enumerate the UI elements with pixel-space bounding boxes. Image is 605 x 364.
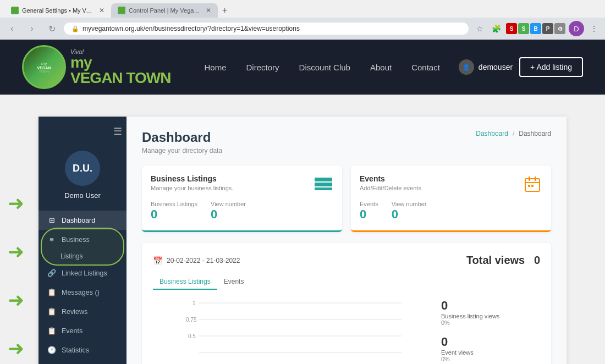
svg-rect-4 (529, 177, 530, 181)
linked-listings-icon: 🔗 (47, 269, 56, 277)
total-views-display: Total views 0 (466, 254, 540, 267)
events-view-group: View number 0 (392, 201, 427, 222)
user-avatar-icon: 👤 (459, 59, 474, 75)
logo-my-span: my (70, 54, 91, 71)
arrow-2: ➜ (8, 242, 24, 262)
sidebar-item-linked-listings[interactable]: 🔗 Linked Listings (38, 263, 127, 283)
logo-circle: my VEGAN TOWN (22, 45, 66, 89)
chart-header: 📅 20-02-2022 - 21-03-2022 Total views 0 (153, 254, 540, 267)
stat-card-business-values: Business Listings 0 View number 0 (151, 201, 333, 222)
chart-stat-events-pct: 0% (441, 356, 540, 362)
nav-contact[interactable]: Contact (402, 58, 450, 76)
user-area: 👤 demouser + Add listing (459, 57, 583, 77)
business-listings-count: 0 (151, 207, 197, 222)
chart-right: 0 Business listing views 0% 0 Event view… (441, 299, 540, 364)
statistics-icon: 🕐 (47, 346, 56, 354)
bookmark-icon[interactable]: ☆ (473, 22, 486, 35)
chart-tab-business[interactable]: Business Listings (153, 275, 217, 290)
svg-rect-6 (525, 182, 540, 183)
svg-rect-5 (535, 177, 536, 181)
extensions-icon[interactable]: 🧩 (490, 22, 503, 35)
chart-tabs: Business Listings Events (153, 275, 540, 290)
sidebar-item-statistics[interactable]: 🕐 Statistics (38, 340, 127, 360)
events-view-count: 0 (392, 207, 427, 222)
stat-card-business: Business Listings Manage your business l… (142, 166, 342, 232)
stat-card-events-icon (522, 174, 542, 194)
site-nav: Home Directory Discount Club About Conta… (195, 58, 450, 76)
lock-icon: 🔒 (72, 25, 79, 32)
breadcrumb-link[interactable]: Dashboard (476, 130, 508, 137)
dashboard-label: Dashboard (62, 217, 95, 224)
nav-home[interactable]: Home (195, 58, 237, 76)
sidebar-item-reviews[interactable]: 📋 Reviews (38, 302, 127, 321)
sidebar-item-events[interactable]: 📋 Events (38, 321, 127, 340)
tab-active[interactable]: 🌿 General Settings • My Vegan T... ✕ (4, 3, 111, 18)
dashboard-icon: ⊞ (47, 216, 56, 224)
tab-favicon: 🌿 (11, 7, 19, 14)
tab-inactive[interactable]: 🌿 Control Panel | My Vegan Town... ✕ (111, 3, 218, 18)
business-listings-count-group: Business Listings 0 (151, 201, 197, 222)
chart-stat-business-pct: 0% (441, 319, 540, 326)
stat-card-events-info: Events Add/Edit/Delete events (360, 174, 421, 191)
stat-card-events-desc: Add/Edit/Delete events (360, 185, 421, 191)
svg-text:0.75: 0.75 (186, 317, 197, 323)
user-profile: D.U. Demo User (38, 146, 127, 211)
ext-1: S (506, 23, 517, 34)
sidebar-item-bookmarks[interactable]: 🔖 Bookmarks (38, 360, 127, 364)
messages-icon: 📋 (47, 288, 56, 296)
chart-svg: 1 0.75 0.5 (153, 299, 430, 364)
nav-icons: ☆ 🧩 S S B P ⚙ D ⋮ (473, 21, 601, 36)
nav-directory[interactable]: Directory (237, 58, 289, 76)
business-view-label: View number (211, 201, 246, 207)
chart-stat-events: 0 Event views 0% (441, 335, 540, 362)
reviews-label: Reviews (62, 308, 87, 316)
sidebar-menu-icon[interactable]: ☰ (113, 125, 122, 137)
svg-rect-2 (315, 187, 332, 190)
dashboard-layout: ☰ D.U. Demo User ⊞ Dashboard ≡ Busi (38, 117, 566, 364)
page-header: Dashboard Manage your directory data Das… (142, 130, 551, 155)
events-label: Events (62, 327, 82, 335)
user-name-text: demouser (479, 63, 513, 71)
forward-button[interactable]: › (24, 21, 40, 36)
nav-discount-club[interactable]: Discount Club (289, 58, 360, 76)
stats-row: Business Listings Manage your business l… (142, 166, 551, 232)
new-tab-button[interactable]: + (218, 3, 232, 18)
business-listings-count-label: Business Listings (151, 201, 197, 207)
chart-stat-business-label: Business listing views (441, 313, 540, 319)
breadcrumb: Dashboard / Dashboard (476, 130, 551, 137)
arrow-4: ➜ (8, 339, 24, 359)
chart-stat-business: 0 Business listing views 0% (441, 299, 540, 326)
stat-card-business-title: Business Listings (151, 174, 233, 183)
sidebar-item-business[interactable]: ≡ Business (38, 230, 127, 249)
menu-icon[interactable]: ⋮ (587, 22, 601, 35)
tab-close-1[interactable]: ✕ (99, 7, 105, 14)
tab-close-2[interactable]: ✕ (206, 7, 211, 14)
chart-body: 1 0.75 0.5 0 (153, 299, 540, 364)
listings-label: Listings (61, 252, 83, 260)
svg-rect-8 (531, 185, 534, 187)
address-bar[interactable]: 🔒 myvegantown.org.uk/en/businessdirector… (64, 23, 469, 35)
back-button[interactable]: ‹ (4, 21, 20, 36)
page-subtitle: Manage your directory data (142, 147, 222, 155)
sidebar-item-messages[interactable]: 📋 Messages () (38, 283, 127, 302)
events-count-label: Events (360, 201, 378, 207)
svg-text:1: 1 (193, 300, 196, 306)
tab-title-2: Control Panel | My Vegan Town... (129, 7, 200, 14)
nav-about[interactable]: About (360, 58, 402, 76)
date-range: 📅 20-02-2022 - 21-03-2022 (153, 256, 240, 265)
chart-tab-events[interactable]: Events (217, 275, 251, 290)
total-views-label: Total views (466, 254, 525, 266)
add-listing-button[interactable]: + Add listing (519, 57, 583, 77)
chart-area: 📅 20-02-2022 - 21-03-2022 Total views 0 (142, 243, 551, 364)
profile-icon[interactable]: D (569, 21, 584, 36)
svg-rect-1 (315, 183, 332, 186)
stat-card-business-icon (314, 174, 333, 194)
calendar-icon: 📅 (153, 256, 162, 265)
stat-card-business-info: Business Listings Manage your business l… (151, 174, 233, 191)
reload-button[interactable]: ↻ (44, 21, 59, 36)
business-label: Business (62, 236, 90, 244)
user-button[interactable]: 👤 demouser (459, 59, 513, 75)
sidebar-item-dashboard[interactable]: ⊞ Dashboard (38, 211, 127, 230)
stat-card-events-header: Events Add/Edit/Delete events (360, 174, 542, 194)
sidebar-item-listings[interactable]: Listings (38, 249, 127, 263)
